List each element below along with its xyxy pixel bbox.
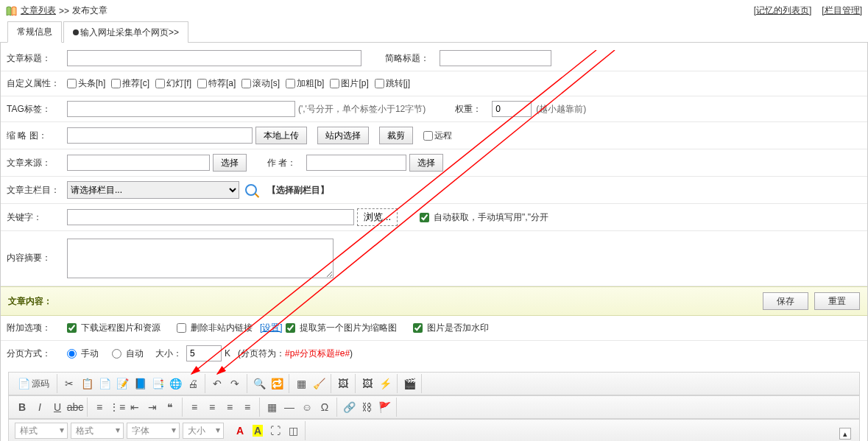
link-icon[interactable]: 🔗 [341, 399, 357, 415]
bgcolor-icon[interactable]: A [250, 423, 266, 439]
indent-icon[interactable]: ⇥ [144, 399, 160, 415]
tab-collect-label: 输入网址采集单个网页>> [80, 27, 179, 39]
quote-icon[interactable]: ❝ [162, 399, 178, 415]
paging-manual-radio[interactable] [67, 349, 77, 359]
attr-checkbox-2[interactable] [155, 79, 165, 88]
paste-text-icon[interactable]: 📝 [114, 375, 130, 392]
browse-button[interactable]: 浏览... [357, 208, 398, 226]
expand-icon[interactable]: ▴ [839, 428, 851, 440]
smiley-icon[interactable]: ☺ [299, 399, 315, 415]
attr-checkbox-7[interactable] [375, 79, 384, 88]
source-input[interactable] [67, 155, 210, 171]
maximize-icon[interactable]: ⛶ [267, 423, 283, 439]
paging-auto-radio[interactable] [112, 349, 121, 359]
source-select-button[interactable]: 选择 [213, 154, 247, 172]
label-summary: 内容摘要： [7, 239, 67, 264]
paste-word-icon[interactable]: 📘 [132, 375, 148, 392]
align-right-icon[interactable]: ≡ [222, 399, 238, 415]
remote-checkbox[interactable] [423, 131, 433, 141]
undo-icon[interactable]: ↶ [209, 375, 225, 392]
crop-button[interactable]: 裁剪 [379, 127, 413, 144]
style-select[interactable]: 样式 [15, 423, 68, 439]
save-button[interactable]: 保存 [763, 292, 808, 310]
memory-list-link[interactable]: [记忆的列表页] [754, 4, 812, 17]
column-manage-link[interactable]: [栏目管理] [822, 4, 862, 17]
rich-editor: 📄 源码 ✂ 📋 📄 📝 📘 📑 🌐 🖨 ↶ ↷ 🔍 🔁 ▦ [8, 372, 860, 441]
attr-checkbox-0[interactable] [67, 79, 77, 88]
globe-icon[interactable]: 🌐 [167, 375, 183, 392]
bold-icon[interactable]: B [14, 399, 30, 415]
tab-general[interactable]: 常规信息 [7, 21, 62, 43]
pagebreak-icon[interactable]: 📑 [149, 375, 166, 392]
media-icon[interactable]: 🎬 [401, 375, 417, 392]
attr-checkbox-3[interactable] [197, 79, 207, 88]
attr-checkbox-1[interactable] [111, 79, 121, 88]
author-input[interactable] [306, 155, 406, 171]
table-icon[interactable]: ▦ [264, 399, 280, 415]
attr-checkbox-4[interactable] [241, 79, 251, 88]
align-center-icon[interactable]: ≡ [204, 399, 220, 415]
align-left-icon[interactable]: ≡ [186, 399, 202, 415]
ul-icon[interactable]: ⋮≡ [109, 399, 125, 415]
thumb-input[interactable] [67, 127, 253, 144]
strike-icon[interactable]: abc [67, 399, 83, 415]
title-input[interactable] [67, 50, 361, 66]
fontsize-select[interactable]: 大小 [183, 423, 224, 439]
cut-icon[interactable]: ✂ [61, 375, 77, 392]
weight-input[interactable] [492, 101, 532, 117]
tag-input[interactable] [67, 101, 295, 117]
flash-icon[interactable]: ⚡ [377, 375, 393, 392]
image-icon[interactable]: 🖼 [359, 375, 375, 392]
breadcrumb-list-link[interactable]: 文章列表 [21, 4, 56, 17]
keywords-input[interactable] [67, 209, 354, 225]
textcolor-icon[interactable]: A [232, 423, 248, 439]
outdent-icon[interactable]: ⇤ [127, 399, 143, 415]
unlink-icon[interactable]: ⛓ [359, 399, 375, 415]
breadcrumb-current: 发布文章 [72, 4, 107, 17]
hr-icon[interactable]: — [281, 399, 297, 415]
selectall-icon[interactable]: ▦ [293, 375, 309, 392]
replace-icon[interactable]: 🔁 [269, 375, 285, 392]
ol-icon[interactable]: ≡ [91, 399, 107, 415]
showblocks-icon[interactable]: ◫ [285, 423, 301, 439]
anchor-icon[interactable]: 🚩 [376, 399, 392, 415]
del-external-checkbox[interactable] [177, 323, 186, 333]
paste-icon[interactable]: 📄 [96, 375, 113, 392]
auto-keywords-checkbox[interactable] [420, 213, 429, 222]
setting-link[interactable]: [设置] [260, 322, 283, 334]
format-select[interactable]: 格式 [71, 423, 124, 439]
reset-button[interactable]: 重置 [814, 292, 860, 310]
italic-icon[interactable]: I [32, 399, 48, 415]
redo-icon[interactable]: ↷ [227, 375, 243, 392]
template-icon[interactable]: 🖼 [335, 375, 351, 392]
align-justify-icon[interactable]: ≡ [239, 399, 255, 415]
attr-label: 加粗[b] [297, 77, 324, 90]
editor-toolbar-row2: B I U abc ≡ ⋮≡ ⇤ ⇥ ❝ ≡ ≡ ≡ ≡ ▦ — ☺ [9, 395, 859, 419]
print-icon[interactable]: 🖨 [185, 375, 201, 392]
removeformat-icon[interactable]: 🧹 [311, 375, 327, 392]
underline-icon[interactable]: U [49, 399, 66, 415]
sub-column-link[interactable]: 【选择副栏目】 [267, 184, 329, 197]
label-short-title: 简略标题： [385, 52, 429, 65]
main-column-select[interactable]: 请选择栏目... [67, 181, 239, 199]
download-remote-checkbox[interactable] [67, 323, 77, 333]
local-upload-button[interactable]: 本地上传 [255, 127, 307, 144]
size-input[interactable] [186, 345, 222, 361]
tag-hint: (','号分开，单个标签小于12字节) [298, 103, 426, 116]
attr-checkbox-6[interactable] [330, 79, 339, 88]
short-title-input[interactable] [440, 50, 551, 66]
specialchar-icon[interactable]: Ω [317, 399, 333, 415]
attr-checkbox-5[interactable] [286, 79, 295, 88]
search-icon[interactable] [245, 184, 257, 196]
extract-first-checkbox[interactable] [286, 323, 295, 333]
author-select-button[interactable]: 选择 [409, 154, 443, 172]
summary-textarea[interactable] [67, 239, 334, 278]
site-select-button[interactable]: 站内选择 [317, 127, 369, 144]
find-icon[interactable]: 🔍 [251, 375, 267, 392]
tab-collect[interactable]: 输入网址采集单个网页>> [63, 21, 188, 43]
watermark-checkbox[interactable] [413, 323, 423, 333]
attr-label: 图片[p] [341, 77, 368, 90]
copy-icon[interactable]: 📋 [79, 375, 95, 392]
font-select[interactable]: 字体 [127, 423, 180, 439]
source-button[interactable]: 📄 源码 [14, 375, 53, 392]
